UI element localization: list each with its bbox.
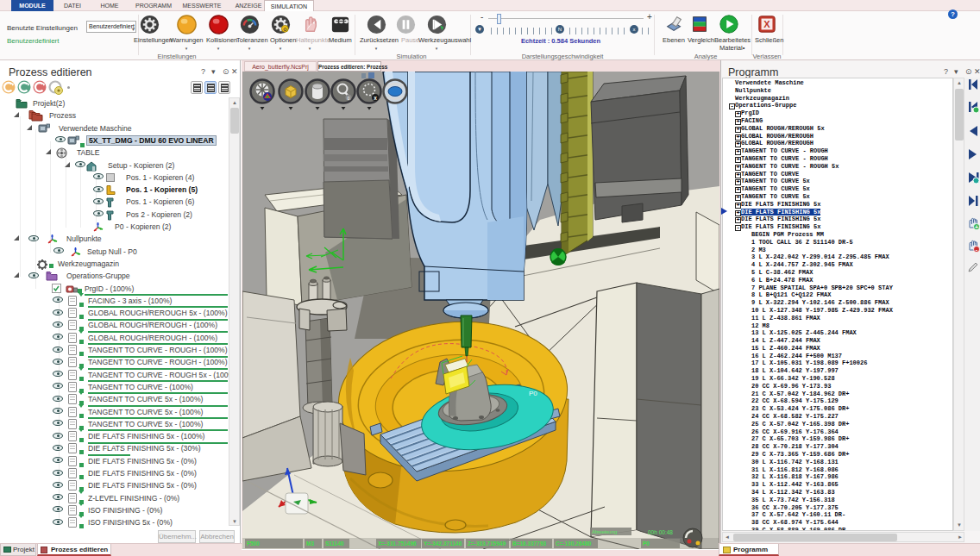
svg-text:⚙: ⚙ [282,26,286,31]
svg-text:P0: P0 [529,390,537,397]
svg-text:S11140: S11140 [325,540,344,547]
svg-text:M3: M3 [306,540,314,547]
svg-text:X=-331.751496: X=-331.751496 [378,540,417,547]
svg-text:0: 0 [348,96,350,101]
svg-text:X: X [763,19,770,29]
svg-text:Y=-342.371146: Y=-342.371146 [424,540,462,547]
svg-text:C=-130.26480: C=-130.26480 [556,540,592,547]
svg-text:00h 00:48: 00h 00:48 [648,529,673,535]
svg-text:P0: P0 [643,540,650,547]
svg-text:Z=-333.715949: Z=-333.715949 [468,540,506,547]
svg-text:F500: F500 [247,540,260,547]
svg-text:x: x [374,95,377,101]
svg-text:+: + [975,224,978,230]
svg-text:B=18.337793: B=18.337793 [512,540,547,547]
svg-text:Abweisung: Abweisung [592,529,617,534]
